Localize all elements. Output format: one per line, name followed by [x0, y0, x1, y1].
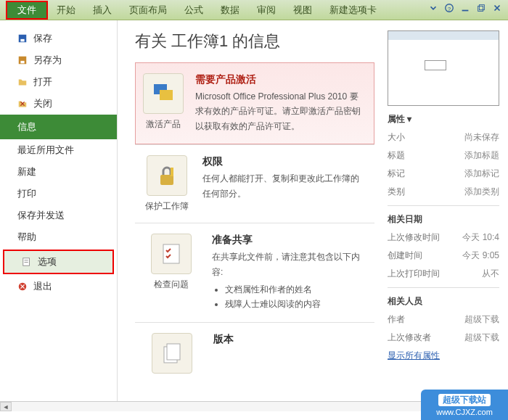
options-icon [22, 257, 32, 267]
tab-review[interactable]: 审阅 [248, 1, 284, 20]
sidebar-label: 关闭 [33, 97, 52, 110]
svg-rect-8 [20, 61, 24, 64]
permissions-text: 任何人都能打开、复制和更改此工作簿的任何部分。 [202, 171, 367, 201]
tab-file[interactable]: 文件 [6, 1, 48, 20]
ribbon-collapse-icon[interactable] [428, 3, 438, 13]
tab-view[interactable]: 视图 [284, 1, 321, 20]
prop-modified: 上次修改时间今天 10:4 [388, 228, 499, 247]
document-thumbnail[interactable] [388, 30, 499, 106]
card-permissions: 保护工作簿 权限 任何人都能打开、复制和更改此工作簿的任何部分。 [135, 144, 374, 223]
tab-custom[interactable]: 新建选项卡 [321, 1, 385, 20]
backstage-main: 有关 工作簿1 的信息 激活产品 需要产品激活 Microsoft Office… [118, 20, 383, 405]
sidebar-new[interactable]: 新建 [0, 161, 117, 183]
activate-icon [143, 73, 184, 114]
sidebar-options[interactable]: 选项 [3, 250, 114, 274]
ribbon: 文件 开始 插入 页面布局 公式 数据 审阅 视图 新建选项卡 ? [0, 0, 508, 20]
close-window-icon[interactable] [492, 3, 502, 13]
activation-body: 需要产品激活 Microsoft Office Professional Plu… [195, 73, 366, 133]
prop-created: 创建时间今天 9:05 [388, 247, 499, 265]
ribbon-right-controls: ? [428, 3, 502, 13]
sidebar-label: 信息 [17, 120, 36, 133]
tab-data[interactable]: 数据 [212, 1, 248, 20]
sidebar-share[interactable]: 保存并发送 [0, 205, 117, 226]
card-activation: 激活产品 需要产品激活 Microsoft Office Professiona… [135, 62, 374, 144]
versions-button[interactable] [142, 333, 202, 378]
svg-rect-16 [171, 168, 173, 176]
versions-body: 版本 [213, 333, 234, 378]
sidebar-label: 保存并发送 [17, 209, 65, 222]
svg-rect-17 [163, 244, 179, 263]
permissions-heading: 权限 [202, 155, 367, 168]
activation-heading: 需要产品激活 [195, 73, 366, 86]
sidebar-info[interactable]: 信息 [0, 115, 117, 139]
help-icon[interactable]: ? [444, 3, 454, 13]
versions-heading: 版本 [213, 333, 234, 346]
props-heading[interactable]: 属性 ▾ [388, 113, 499, 125]
inspect-body: 准备共享 在共享此文件前，请注意其包含以下内容: 文档属性和作者的姓名 残障人士… [212, 234, 367, 312]
watermark-title: 超级下载站 [438, 394, 491, 406]
prop-lastmod: 上次修改者超级下载 [388, 329, 499, 347]
save-as-icon [17, 55, 28, 65]
sidebar-open[interactable]: 打开 [0, 71, 117, 93]
sidebar-save-as[interactable]: 另存为 [0, 49, 117, 71]
lock-icon [147, 155, 187, 196]
card-inspect: 检查问题 准备共享 在共享此文件前，请注意其包含以下内容: 文档属性和作者的姓名… [135, 223, 374, 322]
sidebar-label: 新建 [17, 165, 36, 178]
tab-home[interactable]: 开始 [48, 1, 84, 20]
sidebar-save[interactable]: 保存 [0, 28, 117, 49]
prop-tags[interactable]: 标记添加标记 [388, 165, 499, 183]
properties-panel: 属性 ▾ 大小尚未保存 标题添加标题 标记添加标记 类别添加类别 相关日期 上次… [383, 20, 508, 405]
backstage-sidebar: 保存 另存为 打开 关闭 信息 最近所用文件 新建 打印 保存并发送 [0, 20, 118, 405]
sidebar-label: 保存 [33, 32, 52, 45]
prop-title[interactable]: 标题添加标题 [388, 147, 499, 165]
svg-rect-10 [25, 260, 28, 260]
prop-category[interactable]: 类别添加类别 [388, 183, 499, 201]
dates-heading: 相关日期 [388, 213, 499, 226]
sidebar-help[interactable]: 帮助 [0, 226, 117, 248]
sidebar-label: 帮助 [17, 231, 36, 244]
protect-label: 保护工作簿 [142, 200, 191, 213]
inspect-list-item: 文档属性和作者的姓名 [225, 282, 367, 297]
sidebar-label: 最近所用文件 [17, 144, 74, 157]
sidebar-close[interactable]: 关闭 [0, 93, 117, 115]
sidebar-print[interactable]: 打印 [0, 183, 117, 205]
inspect-heading: 准备共享 [212, 234, 367, 247]
sidebar-recent[interactable]: 最近所用文件 [0, 139, 117, 161]
watermark: 超级下载站 www.CJXZ.com [421, 390, 508, 420]
inspect-list-item: 残障人士难以阅读的内容 [225, 297, 367, 311]
svg-rect-3 [478, 6, 483, 11]
prop-size: 大小尚未保存 [388, 128, 499, 147]
minimize-window-icon[interactable] [460, 3, 470, 13]
svg-rect-14 [160, 90, 173, 100]
svg-rect-19 [167, 344, 180, 360]
versions-icon [152, 333, 192, 374]
svg-rect-2 [462, 10, 469, 12]
svg-text:?: ? [448, 6, 451, 12]
close-icon [17, 99, 28, 109]
prop-printed: 上次打印时间从不 [388, 265, 499, 283]
exit-icon [17, 281, 28, 292]
restore-window-icon[interactable] [476, 3, 486, 13]
activate-label: 激活产品 [143, 118, 184, 131]
sidebar-exit[interactable]: 退出 [0, 276, 117, 297]
svg-rect-15 [160, 175, 173, 185]
tab-page-layout[interactable]: 页面布局 [120, 1, 176, 20]
open-icon [17, 77, 28, 87]
sidebar-label: 退出 [33, 280, 52, 293]
inspect-button[interactable]: 检查问题 [142, 234, 200, 312]
permissions-body: 权限 任何人都能打开、复制和更改此工作簿的任何部分。 [202, 155, 367, 213]
sidebar-label: 打印 [17, 187, 36, 200]
sidebar-label: 另存为 [33, 54, 62, 67]
scroll-left-icon[interactable]: ◄ [0, 402, 12, 411]
sidebar-label: 打开 [33, 75, 52, 88]
inspect-text: 在共享此文件前，请注意其包含以下内容: [212, 250, 367, 279]
activate-button[interactable]: 激活产品 [143, 73, 184, 133]
card-versions: 版本 [135, 322, 374, 388]
page-title: 有关 工作簿1 的信息 [135, 30, 374, 52]
tab-formulas[interactable]: 公式 [176, 1, 212, 20]
protect-button[interactable]: 保护工作簿 [142, 155, 191, 213]
prop-author[interactable]: 作者超级下载 [388, 310, 499, 329]
tab-insert[interactable]: 插入 [84, 1, 120, 20]
prop-showall[interactable]: 显示所有属性 [388, 347, 499, 365]
inspect-label: 检查问题 [142, 279, 200, 291]
